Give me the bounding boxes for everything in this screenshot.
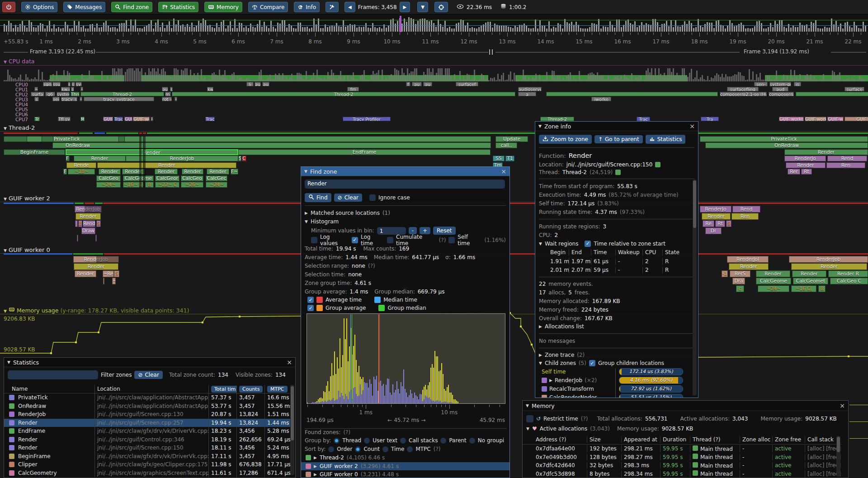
sort-mtpc-button[interactable]: MTPC	[267, 386, 288, 393]
thread-header-guif-worker-0[interactable]: ▼GUIF worker 0	[4, 246, 50, 253]
found-zone-group[interactable]: ▶GUIF worker 2(3,296) 4.61 s	[301, 462, 509, 471]
zone[interactable]: Render	[786, 162, 826, 168]
zone[interactable]: F	[63, 169, 67, 175]
zone[interactable]: T1	[505, 156, 514, 161]
zone[interactable]: Render	[155, 169, 178, 175]
sort-by-option-time[interactable]	[382, 446, 388, 452]
found-zone-group[interactable]: ▶Thread-2(4,105) 6.46 s	[301, 454, 509, 462]
zone[interactable]: RerS	[730, 270, 750, 277]
zone[interactable]: PrivateTick	[4, 136, 491, 142]
zone[interactable]: PrivateTick	[700, 136, 868, 142]
cpu-zone[interactable]: ss	[71, 82, 75, 86]
thread-header-guif-worker-2[interactable]: ▼GUIF worker 2	[4, 195, 50, 202]
cpu-zone[interactable]: Thread-2	[540, 117, 574, 121]
cpu-zone[interactable]: kw.gm	[61, 87, 70, 91]
sort-by-option-count[interactable]	[355, 446, 361, 452]
prev-frame-button[interactable]: ◀	[344, 2, 355, 12]
found-zone-group[interactable]: ▶GUIF worker 0(3,231) 4.48 s	[301, 470, 509, 478]
zone[interactable]: Rend	[83, 220, 95, 227]
cpu-zone[interactable]: Tracy	[114, 117, 123, 121]
zone[interactable]: Render	[182, 169, 203, 175]
expand-icon[interactable]: ▶	[539, 324, 542, 329]
zone[interactable]: F(	[66, 156, 70, 161]
zone[interactable]: ~24~	[206, 182, 227, 188]
allocation-row[interactable]: 0x7dfc42d64032 bytes298.3 ms59.95 sMain …	[523, 461, 842, 470]
time-relative-checkbox[interactable]: ✓	[585, 241, 591, 247]
zone[interactable]: ~16 C(	[791, 285, 816, 292]
zone[interactable]: Dr	[705, 227, 722, 234]
zone[interactable]: Ren	[731, 213, 759, 220]
source-color-swatch[interactable]	[655, 162, 660, 167]
cpu-zone[interactable]: GUIF work	[805, 117, 826, 121]
zone[interactable]: OnRedraw	[705, 142, 868, 148]
zone[interactable]: Render	[97, 162, 236, 168]
memory-column-zone-alloc[interactable]: Zone alloc	[740, 436, 772, 443]
cpu-zone[interactable]: aud	[772, 87, 788, 91]
cpu-zone[interactable]: Tracy S	[205, 117, 215, 121]
frame-set-dropdown-button[interactable]: ▼	[417, 2, 428, 12]
zone[interactable]: Render	[66, 149, 238, 155]
zone[interactable]: ~26~	[181, 182, 203, 188]
wait-region-row[interactable]: 2.01 ms2.07 ms59 µs-2R	[535, 265, 698, 274]
zone[interactable]: CalcGeomet	[793, 278, 828, 284]
cpu-zone[interactable]: fm	[347, 87, 359, 91]
power-button[interactable]	[2, 2, 15, 12]
allocation-row[interactable]: 0x7dfaa64e00192 bytes298.21 ms59.95 sMai…	[523, 445, 842, 453]
histogram-plot[interactable]	[307, 313, 505, 404]
cpu-zone[interactable]: au	[262, 82, 269, 86]
memory-column-address[interactable]: Address (?)	[533, 436, 587, 443]
cpu-zone[interactable]: lj	[246, 82, 254, 86]
collapse-icon[interactable]: ▼	[538, 124, 542, 128]
group-by-option-user-text[interactable]	[364, 438, 370, 444]
zone[interactable]	[4, 136, 27, 142]
sort-by-option-order[interactable]	[328, 446, 334, 452]
cpu-zone[interactable]: GUIF worker 0	[779, 117, 804, 121]
zone[interactable]: C	[242, 156, 246, 161]
zone[interactable]	[42, 136, 53, 142]
group-by-option-thread[interactable]	[334, 438, 340, 444]
cpu-zone[interactable]: iworke	[591, 97, 611, 101]
expand-icon[interactable]: ▶	[539, 353, 542, 357]
cpu-zone[interactable]: composer@	[769, 92, 794, 96]
expand-icon[interactable]: ▶	[314, 455, 317, 460]
sort-by-option-mtpc[interactable]	[407, 446, 413, 452]
cpu-zone[interactable]: au	[255, 82, 261, 86]
go-to-parent-button[interactable]: ↑Go to parent	[594, 135, 643, 143]
cpu-zone[interactable]: aud	[162, 87, 168, 91]
statistics-row[interactable]: PrivateTickjni/../jni/src/claw/applicati…	[4, 393, 293, 402]
collapse-icon[interactable]: ▼	[4, 197, 7, 201]
cpu-zone[interactable]: is	[794, 82, 801, 86]
ignore-case-checkbox[interactable]	[369, 194, 376, 201]
find-zone-titlebar[interactable]: ▼ Find zone ×	[301, 167, 509, 176]
zone[interactable]: Render	[756, 270, 790, 277]
zone[interactable]: CalcGeo	[181, 175, 203, 181]
zone[interactable]	[85, 206, 102, 213]
zone[interactable]: -1	[722, 270, 728, 277]
zone[interactable]: EndFrame	[238, 149, 491, 155]
zone[interactable]: RenderJob	[789, 256, 868, 263]
zone[interactable]: 8	[78, 220, 82, 227]
memory-usage-header[interactable]: ▼Memory usage (y-range: 178.27 KB, visib…	[4, 307, 189, 314]
cpu-zone[interactable]: surfacef	[456, 82, 478, 86]
zone[interactable]: CalcGeome	[123, 175, 154, 181]
statistics-row[interactable]: Renderjni/../jni/src/guif/Screen.cpp:257…	[4, 419, 293, 427]
cpu-zone[interactable]: m1	[165, 92, 171, 96]
zone[interactable]: CalcGec	[206, 175, 227, 181]
child-zone-row[interactable]: Self time172.14 us (3.83%)	[535, 367, 698, 376]
cpu-zone[interactable]: M.	[80, 117, 85, 121]
zone[interactable]: Render R	[828, 270, 868, 277]
legend-checkbox[interactable]: ✓	[307, 305, 314, 311]
zone[interactable]: Render	[792, 270, 826, 277]
cpu-zone[interactable]: GUIF wor	[133, 117, 150, 121]
cpu-zone[interactable]	[546, 92, 718, 96]
frame-markers-row[interactable]: Frame 3,193 (22.45 ms)Frame 3,194 (13.92…	[0, 48, 868, 56]
find-zone-button[interactable]: Find zone	[111, 2, 152, 12]
zone[interactable]: Render	[729, 263, 769, 270]
cpu-zone[interactable]: Tfl sysk	[58, 117, 71, 121]
next-frame-button[interactable]: ▶	[400, 2, 410, 12]
group-by-option-parent[interactable]	[440, 438, 446, 444]
close-icon[interactable]: ×	[689, 123, 695, 130]
zone[interactable]: 9	[96, 220, 101, 227]
zone[interactable]	[77, 235, 78, 241]
zone[interactable]: Dra	[732, 278, 745, 284]
